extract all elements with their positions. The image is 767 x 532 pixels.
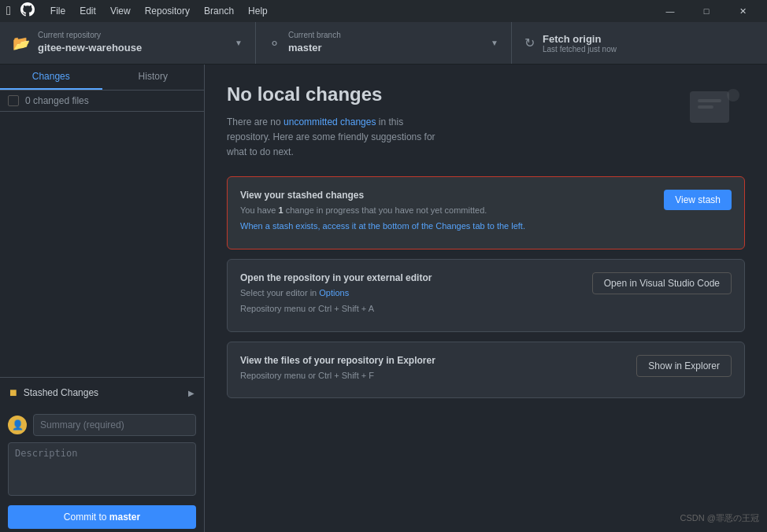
commit-avatar: 👤 bbox=[8, 416, 27, 434]
window-controls: ― □ ✕ bbox=[652, 0, 761, 22]
current-repo-section[interactable]: 📂 Current repository gitee-new-warehouse… bbox=[0, 22, 256, 64]
branch-chevron-icon: ▼ bbox=[491, 39, 498, 47]
explorer-card: View the files of your repository in Exp… bbox=[227, 342, 745, 399]
tab-history[interactable]: History bbox=[102, 65, 205, 90]
current-branch-section[interactable]: ⚬ Current branch master ▼ bbox=[256, 22, 512, 64]
titlebar:  File Edit View Repository Branch Help … bbox=[0, 0, 767, 22]
commit-btn-prefix: Commit to bbox=[64, 512, 109, 523]
sidebar: Changes History 0 changed files ■ Stashe… bbox=[0, 65, 205, 532]
stash-body1: You have bbox=[240, 205, 279, 215]
no-changes-desc: There are no uncommitted changes in this… bbox=[227, 115, 447, 161]
stashed-header[interactable]: ■ Stashed Changes ▶ bbox=[0, 378, 204, 408]
stash-card-row: View your stashed changes You have 1 cha… bbox=[240, 190, 732, 236]
fetch-label: Fetch origin bbox=[543, 33, 754, 45]
stash-card: View your stashed changes You have 1 cha… bbox=[227, 176, 745, 249]
editor-options-link[interactable]: Options bbox=[319, 288, 349, 297]
repo-name: gitee-new-warehouse bbox=[38, 41, 227, 55]
commit-btn-branch: master bbox=[109, 512, 140, 523]
svg-point-3 bbox=[727, 89, 739, 102]
show-in-explorer-button[interactable]: Show in Explorer bbox=[636, 355, 732, 377]
commit-button[interactable]: Commit to master bbox=[8, 505, 196, 529]
minimize-button[interactable]: ― bbox=[652, 0, 688, 22]
menu-view[interactable]: View bbox=[104, 4, 137, 18]
branch-text: Current branch master bbox=[288, 30, 483, 55]
stash-card-text: View your stashed changes You have 1 cha… bbox=[240, 190, 654, 236]
no-changes-link[interactable]: uncommitted changes bbox=[283, 116, 376, 127]
menu-branch[interactable]: Branch bbox=[198, 4, 240, 18]
open-in-vscode-button[interactable]: Open in Visual Studio Code bbox=[592, 272, 732, 294]
editor-body: Select your editor in bbox=[240, 288, 319, 297]
main-layout: Changes History 0 changed files ■ Stashe… bbox=[0, 65, 767, 532]
editor-card-title: Open the repository in your external edi… bbox=[240, 272, 583, 283]
summary-input[interactable] bbox=[33, 414, 196, 436]
editor-card-row: Open the repository in your external edi… bbox=[240, 272, 732, 319]
stash-card-body: You have 1 change in progress that you h… bbox=[240, 204, 654, 217]
stash-card-title: View your stashed changes bbox=[240, 190, 654, 201]
description-textarea[interactable] bbox=[8, 442, 196, 496]
menu-help[interactable]: Help bbox=[242, 4, 274, 18]
stashed-label: Stashed Changes bbox=[24, 387, 182, 398]
no-changes-text: No local changes There are no uncommitte… bbox=[227, 83, 666, 161]
explorer-card-row: View the files of your repository in Exp… bbox=[240, 355, 732, 386]
editor-card-text: Open the repository in your external edi… bbox=[240, 272, 583, 319]
explorer-card-body: Repository menu or Ctrl + Shift + F bbox=[240, 369, 627, 382]
titlebar-left:  File Edit View Repository Branch Help bbox=[6, 2, 274, 20]
stash-card-note: When a stash exists, access it at the bo… bbox=[240, 220, 654, 233]
fetch-icon: ↻ bbox=[524, 35, 535, 50]
repo-icon: 📂 bbox=[13, 35, 30, 52]
explorer-card-title: View the files of your repository in Exp… bbox=[240, 355, 627, 366]
menu-bar: File Edit View Repository Branch Help bbox=[44, 4, 274, 18]
view-stash-button[interactable]: View stash bbox=[664, 190, 732, 210]
branch-icon: ⚬ bbox=[269, 35, 280, 52]
editor-card-body: Select your editor in Options bbox=[240, 286, 583, 300]
menu-edit[interactable]: Edit bbox=[73, 4, 102, 18]
stash-body2: change in progress that you have not yet… bbox=[283, 205, 487, 215]
repo-label: Current repository bbox=[38, 30, 227, 41]
fetch-origin-section[interactable]: ↻ Fetch origin Last fetched just now bbox=[512, 22, 767, 64]
close-button[interactable]: ✕ bbox=[724, 0, 761, 22]
no-changes-desc1: There are no bbox=[227, 116, 283, 127]
menu-repository[interactable]: Repository bbox=[139, 4, 196, 18]
toolbar: 📂 Current repository gitee-new-warehouse… bbox=[0, 22, 767, 65]
branch-label: Current branch bbox=[288, 30, 483, 41]
svg-rect-1 bbox=[698, 99, 721, 102]
watermark: CSDN @罪恶の王冠 bbox=[680, 512, 759, 524]
repo-chevron-icon: ▼ bbox=[235, 39, 243, 47]
editor-card: Open the repository in your external edi… bbox=[227, 259, 745, 332]
svg-rect-2 bbox=[698, 105, 713, 109]
tab-changes[interactable]: Changes bbox=[0, 65, 102, 90]
menu-file[interactable]: File bbox=[44, 4, 72, 18]
no-changes-header: No local changes There are no uncommitte… bbox=[227, 83, 745, 161]
github-icon:  bbox=[6, 4, 11, 18]
explorer-card-text: View the files of your repository in Exp… bbox=[240, 355, 627, 386]
maximize-button[interactable]: □ bbox=[688, 0, 724, 22]
branch-name: master bbox=[288, 41, 483, 55]
changed-files-row: 0 changed files bbox=[0, 91, 204, 112]
stashed-changes-section: ■ Stashed Changes ▶ 👤 Commit to master bbox=[0, 377, 204, 532]
fetch-text: Fetch origin Last fetched just now bbox=[543, 33, 754, 54]
fetch-sublabel: Last fetched just now bbox=[543, 45, 754, 54]
main-content: No local changes There are no uncommitte… bbox=[205, 65, 767, 532]
changed-count: 0 changed files bbox=[25, 95, 89, 106]
stashed-chevron-icon: ▶ bbox=[188, 389, 195, 397]
editor-shortcut: Repository menu or Ctrl + Shift + A bbox=[240, 302, 583, 316]
repo-text: Current repository gitee-new-warehouse bbox=[38, 30, 227, 55]
file-list-empty bbox=[0, 112, 204, 377]
no-changes-title: No local changes bbox=[227, 83, 666, 105]
select-all-checkbox[interactable] bbox=[8, 95, 19, 106]
no-changes-illustration bbox=[682, 83, 745, 131]
github-logo-icon bbox=[20, 2, 35, 20]
sidebar-tabs: Changes History bbox=[0, 65, 204, 91]
stash-icon: ■ bbox=[9, 386, 17, 400]
commit-area: 👤 bbox=[0, 408, 204, 502]
